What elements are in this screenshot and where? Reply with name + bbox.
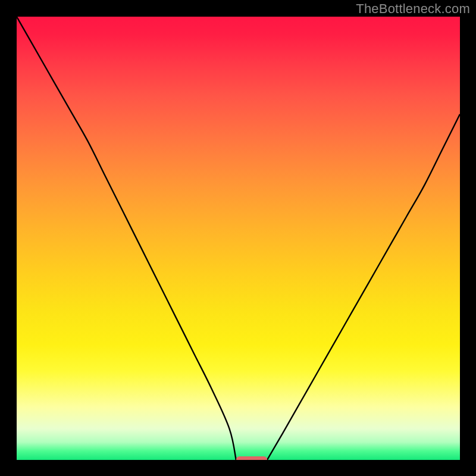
curve-left [17, 17, 236, 460]
watermark-label: TheBottleneck.com [356, 1, 470, 17]
bottleneck-marker [236, 456, 267, 460]
chart-frame: TheBottleneck.com [0, 0, 476, 476]
curve-right [267, 114, 460, 460]
plot-area [17, 17, 460, 460]
bottleneck-curve [17, 17, 460, 460]
